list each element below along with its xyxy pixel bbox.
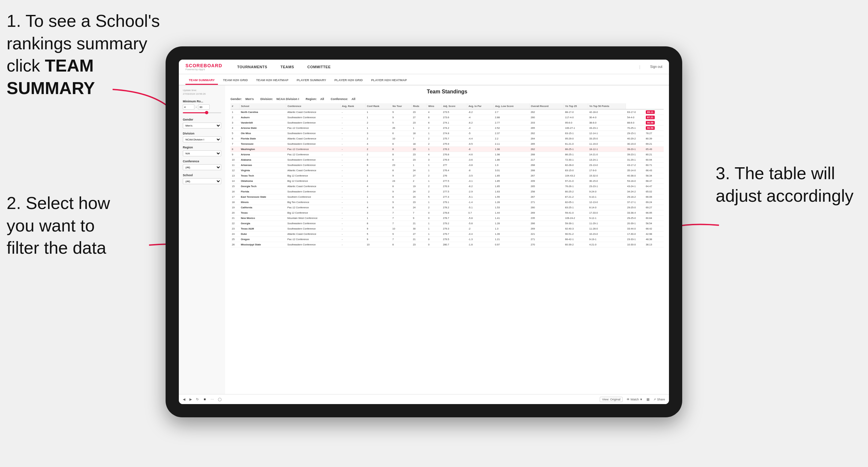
cell-wins: 2	[427, 126, 442, 131]
cell-conf-rank: 1	[366, 200, 391, 205]
school-select[interactable]: (All)	[183, 178, 221, 184]
cell-conf-rank: 1	[366, 216, 391, 221]
cell-low: 267	[530, 194, 564, 200]
cell-score: 275.9	[441, 142, 467, 147]
min-rank-to-input[interactable]	[198, 104, 210, 110]
cell-record: 30-4-0	[588, 115, 626, 120]
cell-conf-rank: 1	[366, 194, 391, 200]
table-row: 4 Arizona State Pac-12 Conference - 1 26…	[230, 126, 664, 131]
cell-rnds: 24	[412, 205, 427, 210]
region-select[interactable]: N/A All	[183, 150, 221, 156]
cell-conference: Southeastern Conference	[286, 242, 340, 247]
share-button[interactable]: ↗ Share	[653, 398, 665, 401]
toolbar-back[interactable]: ◀	[183, 398, 185, 401]
cell-school: Texas Tech	[240, 173, 286, 179]
cell-vs50: 89.11	[645, 109, 664, 115]
toolbar-share2[interactable]: ◾	[203, 398, 207, 401]
cell-conference: Southeastern Conference	[286, 131, 340, 136]
gender-select[interactable]: Men's Women's	[183, 123, 221, 128]
table-row: 24 Duke Atlantic Coast Conference - 5 9 …	[230, 231, 664, 237]
sign-out-button[interactable]: Sign out	[650, 65, 662, 68]
cell-low: 209	[530, 179, 564, 184]
toolbar-grid[interactable]: ▦	[646, 398, 649, 401]
tab-team-summary[interactable]: TEAM SUMMARY	[185, 76, 218, 85]
tab-player-h2h-heatmap[interactable]: PLAYER H2H HEATMAP	[368, 76, 410, 85]
cell-low: 269	[530, 210, 564, 216]
toolbar-reload[interactable]: ↻	[196, 398, 199, 401]
col-wins: Wins	[427, 103, 442, 109]
watch-button[interactable]: 👁 Watch ▼	[627, 398, 643, 401]
min-rank-slider[interactable]	[183, 111, 221, 115]
cell-avg-rank: -	[340, 200, 366, 205]
toolbar-more[interactable]: ⋯	[211, 398, 214, 401]
cell-wins: 5	[427, 194, 442, 200]
cell-vs50: 68.47	[645, 179, 664, 184]
cell-score: 276	[441, 173, 467, 179]
nav-tournaments[interactable]: TOURNAMENTS	[236, 65, 269, 69]
cell-low: 267	[530, 173, 564, 179]
cell-score: 274.2	[441, 126, 467, 131]
cell-vs25: 63-17-0	[626, 109, 645, 115]
conference-select[interactable]: (All)	[183, 164, 221, 170]
nav-committee[interactable]: COMMITTEE	[306, 65, 333, 69]
content-area: Update time: 27/03/2024 16:56:26 Minimum…	[179, 86, 669, 394]
cell-rnds: 23	[412, 200, 427, 205]
cell-overall: 88-17-0	[564, 109, 588, 115]
cell-score: 273.6	[441, 115, 467, 120]
col-conf-rank: Conf Rank	[366, 103, 391, 109]
cell-low: 258	[530, 189, 564, 194]
cell-avg-rank: -	[340, 184, 366, 189]
region-filter-chip: Region: All	[306, 97, 324, 101]
cell-conference: Big Ten Conference	[286, 200, 340, 205]
cell-conference: Atlantic Coast Conference	[286, 231, 340, 237]
tab-team-h2h-heatmap[interactable]: TEAM H2H HEATMAP	[253, 76, 291, 85]
table-row: 17 East Tennessee State Southern Confere…	[230, 194, 664, 200]
cell-school: Ole Miss	[240, 131, 286, 136]
cell-vs50: 38.13	[645, 242, 664, 247]
cell-no-tour: 26	[391, 126, 412, 131]
col-conference: Conference	[286, 103, 340, 109]
cell-no-tour: 7	[391, 216, 412, 221]
cell-avg-rank: -	[340, 205, 366, 210]
cell-rank: 20	[230, 210, 240, 216]
cell-adj: -6.2	[467, 120, 493, 126]
cell-adj: -6.2	[467, 184, 493, 189]
cell-school: Mississippi State	[240, 242, 286, 247]
cell-avg-par: 1.86	[493, 157, 529, 163]
cell-vs25: 31-29-1	[626, 157, 645, 163]
cell-vs50: 64.47	[645, 184, 664, 189]
cell-score: 279.3	[441, 226, 467, 231]
cell-conf-rank: 5	[366, 157, 391, 163]
tab-player-h2h-grid[interactable]: PLAYER H2H GRID	[331, 76, 366, 85]
nav-teams[interactable]: TEAMS	[279, 65, 296, 69]
division-select[interactable]: NCAA Division I NCAA Division II NCAA Di…	[183, 136, 221, 143]
toolbar-clock[interactable]: ◯	[218, 398, 222, 401]
cell-score: 277	[441, 163, 467, 168]
conference-filter-chip: Conference: All	[331, 97, 355, 101]
cell-adj: -0.4	[467, 231, 493, 237]
cell-overall: 92-40-3	[564, 226, 588, 231]
cell-overall: 97-21-0	[564, 179, 588, 184]
cell-rnds: 30	[412, 226, 427, 231]
cell-school: Virginia	[240, 168, 286, 173]
min-rank-from-input[interactable]	[183, 104, 194, 110]
view-original-button[interactable]: View: Original	[600, 397, 623, 402]
cell-overall: 82-28-0	[564, 163, 588, 168]
tab-team-h2h-grid[interactable]: TEAM H2H GRID	[220, 76, 251, 85]
cell-rank: 19	[230, 205, 240, 210]
cell-vs25: 43-24-1	[626, 184, 645, 189]
cell-conf-rank: 5	[366, 231, 391, 237]
cell-vs25: 23-33-1	[626, 237, 645, 242]
cell-no-tour: 9	[391, 231, 412, 237]
cell-score: 276.8	[441, 152, 467, 157]
cell-score: 277.5	[441, 189, 467, 194]
toolbar-forward[interactable]: ▶	[189, 398, 192, 401]
cell-score: 279.5	[441, 237, 467, 242]
cell-avg-par: 1.41	[493, 216, 529, 221]
instruction-step-3: 3. The table will adjust accordingly	[716, 162, 861, 207]
cell-no-tour: 8	[391, 142, 412, 147]
cell-rnds: 23	[412, 147, 427, 152]
cell-wins: 3	[427, 157, 442, 163]
tab-player-summary[interactable]: PLAYER SUMMARY	[293, 76, 330, 85]
table-row: 3 Vanderbilt Southeastern Conference - 2…	[230, 120, 664, 126]
